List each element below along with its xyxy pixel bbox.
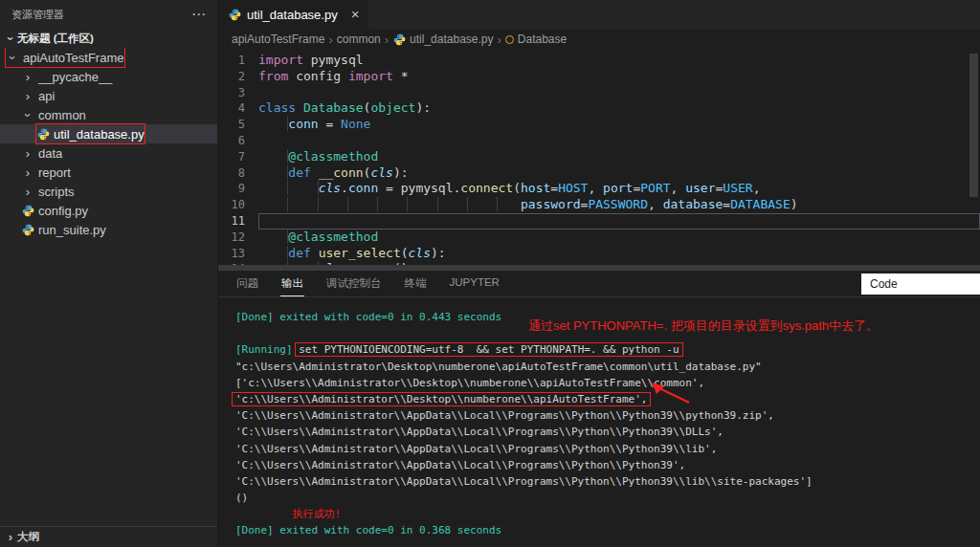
code-line: 4class Database(object): [218,100,980,117]
output-line: 'C:\\Users\\Administrator\\AppData\\Loca… [235,441,980,457]
output-line: "c:\Users\Administrator\Desktop\numberon… [235,359,980,375]
line-number: 4 [218,100,258,117]
explorer-title: 资源管理器 [11,8,64,22]
breadcrumb-item[interactable]: apiAutoTestFrame [232,33,324,46]
chevron-right-icon: › [4,531,17,543]
tree-item-label: run_suite.py [38,223,106,237]
tree-item-apiautotestframe[interactable]: ›apiAutoTestFrame [0,48,217,67]
output-line: 'C:\\Users\\Administrator\\AppData\\Loca… [235,407,980,424]
chevron-right-icon: › [21,166,34,179]
tree-item-config-py[interactable]: config.py [0,201,217,220]
python-file-icon [228,9,241,21]
code-line: 1import pymysql [218,53,980,69]
tab-util-database-py[interactable]: util_database.py × [218,0,368,29]
explorer-header: 资源管理器 ⋯ [0,0,217,29]
tree-item-label: api [38,89,55,103]
code-line: 10 password=PASSWORD, database=DATABASE) [218,197,980,213]
python-file-icon [21,224,34,236]
panel-tab-输出[interactable]: 输出 [280,272,304,296]
tree-item-api[interactable]: ›api [0,86,217,105]
more-actions-icon[interactable]: ⋯ [191,6,206,23]
chevron-down-icon: › [22,108,34,121]
output-lines: [Done] exited with code=0 in 0.443 secon… [235,309,980,539]
output-line: 'c:\\Users\\Administrator\\Desktop\\numb… [235,391,980,407]
red-annotation-text: 通过set PYTHONPATH=. 把项目的目录设置到sys.path中去了。 [528,317,879,334]
tree-item-scripts[interactable]: ›scripts [0,182,217,201]
tree-item--pycache-[interactable]: ›__pycache__ [0,67,217,86]
panel-tab-调试控制台[interactable]: 调试控制台 [325,272,383,296]
panel-tab-问题[interactable]: 问题 [235,272,259,296]
chevron-right-icon: › [21,186,34,198]
breadcrumb-item[interactable]: Database [505,33,567,46]
panel-tab-JUPYTER[interactable]: JUPYTER [449,272,501,296]
code-line: 2from config import * [218,69,980,85]
tree-item-util-database-py[interactable]: util_database.py [0,124,217,143]
line-number: 8 [218,165,258,182]
output-line: () [235,490,980,506]
outline-section-header[interactable]: › 大纲 [0,526,217,547]
tree-item-run-suite-py[interactable]: run_suite.py [0,220,217,239]
tree-item-report[interactable]: ›report [0,163,217,182]
panel-tabs: 问题输出调试控制台终端JUPYTER [235,272,522,296]
chevron-down-icon: › [5,32,17,45]
code-line: 9 cls.conn = pymysql.connect(host=HOST, … [218,181,980,197]
line-number: 5 [218,117,258,133]
tree-item-label: config.py [38,204,88,218]
close-tab-icon[interactable]: × [351,8,360,21]
file-tree: ›apiAutoTestFrame›__pycache__›api›common… [0,48,217,526]
output-line: 执行成功! [235,506,980,522]
tree-item-label: __pycache__ [38,70,112,84]
tree-item-label: data [38,146,62,161]
tab-label: util_database.py [247,8,338,22]
tree-item-label: report [38,165,71,180]
line-number: 10 [218,197,258,213]
workspace-section-header[interactable]: › 无标题 (工作区) [0,29,217,48]
line-number: 12 [218,230,258,246]
line-number: 7 [218,149,258,165]
line-number: 13 [218,246,258,262]
output-channel-value: Code [870,277,898,291]
output-channel-select[interactable]: Code [861,274,980,295]
output-line: 'C:\\Users\\Administrator\\AppData\\Loca… [235,473,980,490]
python-file-icon [392,33,406,46]
tree-item-label: scripts [38,185,75,199]
code-area: 1import pymysql2from config import *34cl… [218,50,980,270]
code-line: 7 @classmethod [218,149,980,165]
breadcrumb-separator-icon: › [385,33,389,47]
python-file-icon [36,128,50,141]
code-line: 12 @classmethod [218,230,980,246]
breadcrumb-separator-icon: › [328,33,332,47]
code-line: 3 [218,85,980,101]
chevron-down-icon: › [7,51,19,64]
line-number: 2 [218,69,258,85]
tree-item-data[interactable]: ›data [0,143,217,163]
editor-group: util_database.py × apiAutoTestFrame›comm… [218,0,980,547]
output-line: ['c:\\Users\\Administrator\\Desktop\\num… [235,375,980,391]
tree-item-label: util_database.py [54,127,145,142]
breadcrumb-item[interactable]: util_database.py [392,33,493,46]
code-line: 11 [218,213,980,230]
line-number: 11 [218,213,258,230]
output-line: 'C:\\Users\\Administrator\\AppData\\Loca… [235,457,980,473]
output-line: 'C:\\Users\\Administrator\\AppData\\Loca… [235,424,980,440]
outline-label: 大纲 [17,530,39,544]
breadcrumb-item[interactable]: common [337,33,381,46]
line-number: 1 [218,53,258,69]
code-line: 13 def user_select(cls): [218,246,980,262]
bottom-panel: 问题输出调试控制台终端JUPYTER Code [Done] exited wi… [218,270,980,547]
output-line: [Running] set PYTHONIOENCODING=utf-8 && … [235,341,980,358]
vertical-scrollbar[interactable] [969,54,978,197]
tree-item-common[interactable]: ›common [0,105,217,124]
editor-tab-bar: util_database.py × [218,0,980,29]
breadcrumb: apiAutoTestFrame›common›util_database.py… [218,29,980,50]
code-editor[interactable]: 1import pymysql2from config import *34cl… [218,50,980,270]
output-console[interactable]: [Done] exited with code=0 in 0.443 secon… [218,297,980,547]
line-number: 6 [218,133,258,149]
panel-tab-终端[interactable]: 终端 [404,272,428,296]
chevron-right-icon: › [21,71,34,83]
output-line: [Done] exited with code=0 in 0.368 secon… [235,522,980,538]
red-arrow-annotation [647,382,691,405]
code-line: 6 [218,133,980,149]
line-number: 3 [218,85,258,101]
code-line: 5 conn = None [218,117,980,133]
